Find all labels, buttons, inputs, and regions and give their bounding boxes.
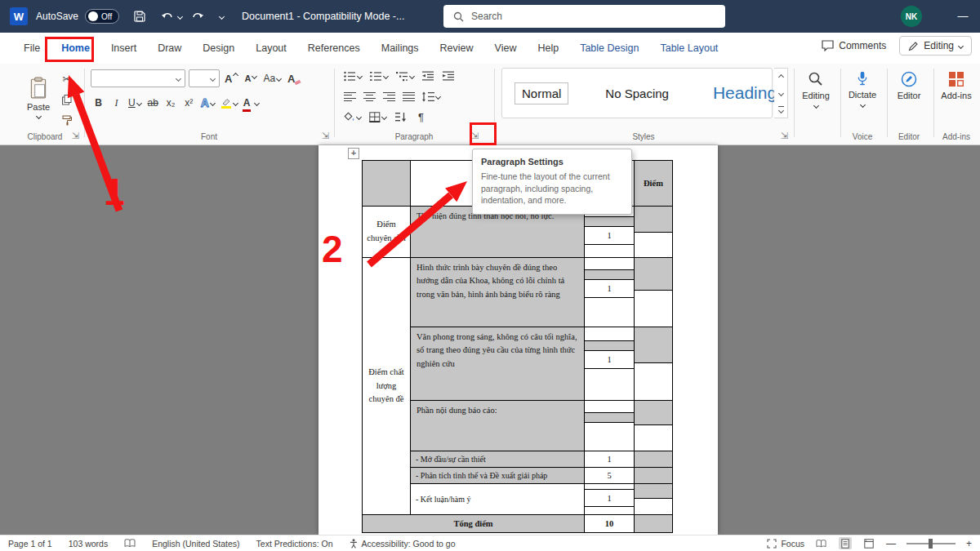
- highlight-button[interactable]: [219, 94, 239, 112]
- table-cell-quality-desc-0[interactable]: Hình thức trình bày chuyên đề đúng theo …: [411, 258, 585, 327]
- copy-button[interactable]: [59, 91, 74, 109]
- table-cell-quality-score-4[interactable]: [635, 468, 673, 484]
- tab-help[interactable]: Help: [527, 33, 569, 64]
- tab-view[interactable]: View: [484, 33, 528, 64]
- save-button[interactable]: [129, 6, 150, 27]
- print-layout-button[interactable]: [839, 537, 852, 549]
- tab-review[interactable]: Review: [430, 33, 484, 64]
- zoom-out-button[interactable]: —: [886, 538, 896, 549]
- autosave-toggle[interactable]: Off: [85, 9, 119, 24]
- table-cell-quality-desc-5[interactable]: - Kết luận/hàm ý: [411, 484, 585, 515]
- read-mode-button[interactable]: [815, 537, 828, 549]
- table-cell-header-score[interactable]: Điểm: [635, 161, 673, 207]
- tab-insert[interactable]: Insert: [100, 33, 147, 64]
- tab-mailings[interactable]: Mailings: [371, 33, 430, 64]
- table-cell-quality-points-0[interactable]: 1: [585, 258, 635, 327]
- style-normal[interactable]: Normal: [515, 83, 568, 104]
- table-cell-quality-points-2[interactable]: [585, 401, 635, 451]
- style-heading[interactable]: Heading: [706, 80, 783, 106]
- tab-references[interactable]: References: [297, 33, 371, 64]
- italic-button[interactable]: I: [109, 94, 124, 112]
- font-color-button[interactable]: A: [242, 94, 261, 112]
- align-center-button[interactable]: [362, 87, 377, 105]
- show-hide-pilcrow-button[interactable]: ¶: [413, 108, 429, 126]
- focus-button[interactable]: Focus: [767, 539, 804, 549]
- sort-button[interactable]: [393, 108, 408, 126]
- minimize-button[interactable]: —: [949, 2, 977, 29]
- underline-button[interactable]: U: [127, 94, 143, 112]
- tab-table-design[interactable]: Table Design: [569, 33, 649, 64]
- table-cell-quality-desc-2[interactable]: Phần nội dung báo cáo:: [411, 401, 585, 451]
- multilevel-list-button[interactable]: [394, 67, 416, 85]
- grow-font-button[interactable]: A: [223, 69, 239, 87]
- zoom-in-button[interactable]: +: [966, 538, 972, 549]
- zoom-slider[interactable]: [906, 543, 956, 544]
- table-cell-total-score[interactable]: [635, 515, 673, 533]
- styles-scroll-down-button[interactable]: [774, 85, 787, 101]
- quick-access-more-chevron-icon[interactable]: [219, 13, 225, 19]
- word-count[interactable]: 103 words: [69, 539, 108, 549]
- editor-button[interactable]: Editor: [888, 71, 930, 100]
- font-name-combo[interactable]: [91, 69, 185, 87]
- styles-gallery-more-button[interactable]: [774, 101, 787, 118]
- text-effects-button[interactable]: A: [199, 94, 216, 112]
- table-cell-total-points[interactable]: 10: [585, 515, 635, 533]
- proofing-button[interactable]: [124, 539, 136, 548]
- page-indicator[interactable]: Page 1 of 1: [8, 539, 52, 549]
- table-cell-quality-points-4[interactable]: 5: [585, 468, 635, 484]
- font-size-combo[interactable]: [189, 69, 220, 87]
- redo-button[interactable]: [187, 6, 208, 27]
- tab-layout[interactable]: Layout: [245, 33, 297, 64]
- strikethrough-button[interactable]: ab: [145, 94, 161, 112]
- table-cell-quality-score-0[interactable]: [635, 258, 673, 327]
- accessibility-indicator[interactable]: Accessibility: Good to go: [350, 539, 456, 549]
- table-cell-quality-points-5[interactable]: 1: [585, 484, 635, 515]
- increase-indent-button[interactable]: [441, 67, 457, 85]
- addins-button[interactable]: Add-ins: [934, 71, 978, 100]
- bold-button[interactable]: B: [91, 94, 106, 112]
- account-avatar[interactable]: NK: [901, 6, 922, 27]
- align-left-button[interactable]: [342, 87, 358, 105]
- editing-mode-button[interactable]: Editing: [899, 36, 972, 56]
- table-cell-quality-desc-4[interactable]: - Phân tích tình thế và Đề xuất giải phá…: [411, 468, 585, 484]
- table-cell-attendance-category[interactable]: Điểm chuyên cần: [363, 207, 411, 258]
- table-cell-quality-points-3[interactable]: 1: [585, 451, 635, 468]
- tab-design[interactable]: Design: [192, 33, 245, 64]
- change-case-button[interactable]: Aa: [261, 69, 283, 87]
- numbering-button[interactable]: [368, 67, 390, 85]
- style-no-spacing[interactable]: No Spacing: [599, 83, 675, 104]
- cut-button[interactable]: ✂: [59, 70, 74, 88]
- align-right-button[interactable]: [381, 87, 397, 105]
- text-predictions-indicator[interactable]: Text Predictions: On: [256, 539, 333, 549]
- table-cell-quality-score-5[interactable]: [635, 484, 673, 515]
- styles-dialog-launcher[interactable]: ⇲: [779, 131, 790, 141]
- clipboard-dialog-launcher[interactable]: ⇲: [70, 131, 81, 141]
- subscript-button[interactable]: x₂: [163, 94, 179, 112]
- paragraph-dialog-launcher[interactable]: ⇲: [470, 131, 480, 141]
- table-cell-quality-score-3[interactable]: [635, 451, 673, 468]
- tab-file[interactable]: File: [13, 33, 51, 64]
- language-indicator[interactable]: English (United States): [152, 539, 239, 549]
- clear-formatting-button[interactable]: A: [286, 69, 302, 87]
- dictate-button[interactable]: Dictate: [841, 71, 884, 107]
- table-move-handle[interactable]: +: [348, 148, 359, 159]
- tab-draw[interactable]: Draw: [147, 33, 192, 64]
- table-cell-quality-score-2[interactable]: [635, 401, 673, 451]
- justify-button[interactable]: [401, 87, 416, 105]
- table-cell-quality-desc-1[interactable]: Văn phong trong sáng, không có câu tối n…: [411, 327, 585, 401]
- shading-button[interactable]: [342, 108, 363, 126]
- search-box[interactable]: Search: [443, 5, 725, 28]
- editing-menu-button[interactable]: Editing: [795, 71, 837, 108]
- table-cell-quality-desc-3[interactable]: - Mở đầu/sự cần thiết: [411, 451, 585, 468]
- superscript-button[interactable]: x²: [181, 94, 197, 112]
- word-logo-icon[interactable]: W: [10, 7, 28, 25]
- tab-table-layout[interactable]: Table Layout: [649, 33, 728, 64]
- table-cell-quality-points-1[interactable]: 1: [585, 327, 635, 401]
- styles-scroll-up-button[interactable]: [774, 69, 787, 85]
- table-cell-quality-score-1[interactable]: [635, 327, 673, 401]
- undo-dropdown-chevron-icon[interactable]: [177, 13, 183, 19]
- table-cell-attendance-score[interactable]: [635, 207, 673, 258]
- zoom-slider-knob[interactable]: [929, 539, 933, 549]
- web-layout-button[interactable]: [862, 537, 875, 549]
- format-painter-button[interactable]: [59, 111, 74, 129]
